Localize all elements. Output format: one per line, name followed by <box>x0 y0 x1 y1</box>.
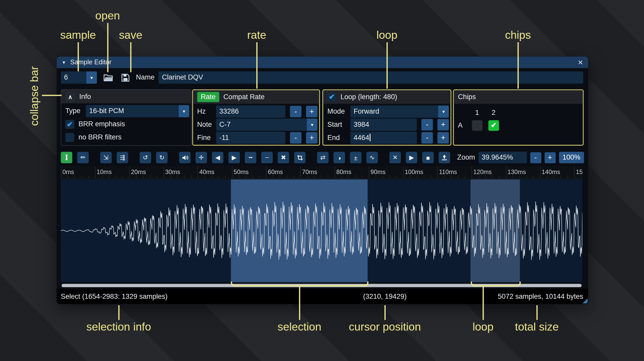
signed-unsigned-button[interactable]: ± <box>350 152 361 163</box>
zoom-input[interactable]: 39.9645% <box>478 152 527 163</box>
apply-filter-button[interactable]: ∿ <box>366 152 378 163</box>
close-icon[interactable]: ✕ <box>578 58 583 66</box>
cursor-position-text: (3210, 19429) <box>363 289 406 304</box>
ruler-label: 10ms <box>97 168 112 175</box>
waveform-canvas[interactable] <box>61 179 582 282</box>
crossfade-loop-icon: ✕ <box>392 154 398 161</box>
sample-toolbar: I✏⇲⇶↺↻✛◀▶╍╌✖⇄◑±∿✕▶■ Zoom 39.9645% - + 10… <box>61 151 584 164</box>
loop-enable-checkbox[interactable]: ✔ <box>327 92 336 101</box>
rate-badge[interactable]: Rate <box>197 92 219 102</box>
signed-unsigned-icon: ± <box>354 154 357 161</box>
loop-end-input[interactable]: 4464 <box>350 132 417 144</box>
no-brr-filters-checkbox[interactable] <box>65 133 74 142</box>
redo-button[interactable]: ↻ <box>156 152 168 163</box>
scrollbar-thumb[interactable] <box>62 284 581 287</box>
open-button[interactable] <box>103 72 114 83</box>
ruler-label: 50ms <box>233 168 248 175</box>
chevron-down-icon[interactable]: ▼ <box>307 119 317 131</box>
loop-end-plus-button[interactable]: + <box>437 132 449 144</box>
preview-button[interactable]: ▶ <box>406 152 417 163</box>
fine-minus-button[interactable]: - <box>290 132 301 144</box>
create-instrument-button[interactable] <box>439 152 450 163</box>
crossfade-loop-button[interactable]: ✕ <box>389 152 401 163</box>
hz-plus-button[interactable]: + <box>306 106 317 117</box>
fine-plus-button[interactable]: + <box>306 132 317 144</box>
chip-2-checkbox[interactable]: ✔ <box>488 120 499 131</box>
loop-start-minus-button[interactable]: - <box>421 119 433 130</box>
annotation-label-rate: rate <box>247 29 266 42</box>
fade-out-button[interactable]: ▶ <box>228 152 240 163</box>
waveform-view[interactable] <box>61 179 582 282</box>
type-row: Type 16-bit PCM ▼ <box>64 105 189 118</box>
trim-button[interactable] <box>294 152 305 163</box>
rate-panel-title: Compat Rate <box>223 93 264 101</box>
total-size-text: 5072 samples, 10144 bytes <box>498 289 583 304</box>
zoom-in-button[interactable]: + <box>544 152 556 163</box>
loop-end-minus-button[interactable]: - <box>421 132 433 144</box>
fine-input[interactable]: -11 <box>216 132 285 144</box>
reverse-button[interactable]: ⇄ <box>317 152 328 163</box>
rate-panel-header: Rate Compat Rate <box>193 90 319 104</box>
invert-button[interactable]: ◑ <box>334 152 345 163</box>
chips-panel-title: Chips <box>458 93 476 101</box>
fade-out-icon: ▶ <box>232 154 236 161</box>
fade-in-button[interactable]: ◀ <box>212 152 223 163</box>
sample-number-select[interactable]: 6 ▼ <box>61 71 97 84</box>
folder-open-icon <box>103 73 113 82</box>
select-mode-button[interactable]: I <box>61 152 72 163</box>
info-panel-title: Info <box>79 92 91 101</box>
save-button[interactable] <box>119 72 131 83</box>
horizontal-scrollbar[interactable] <box>61 284 582 288</box>
ruler-label: 80ms <box>336 168 351 175</box>
loop-mode-select[interactable]: Forward ▼ <box>350 105 449 118</box>
chevron-down-icon[interactable]: ▼ <box>179 105 189 117</box>
select-mode-icon: I <box>65 153 68 162</box>
delete-button[interactable]: ✖ <box>278 152 289 163</box>
annotation-label-loop-region: loop <box>473 321 494 333</box>
zoom-out-button[interactable]: - <box>530 152 541 163</box>
timeline-ruler[interactable]: 0ms10ms20ms30ms40ms50ms60ms70ms80ms90ms1… <box>61 166 582 178</box>
loop-start-input[interactable]: 3984 <box>350 119 417 131</box>
note-select[interactable]: C-7 ▼ <box>216 119 317 131</box>
name-input[interactable]: Clarinet DQV <box>159 71 583 84</box>
collapse-bar-button[interactable]: ∧ <box>65 92 75 101</box>
ruler-label: 40ms <box>199 168 214 175</box>
window-collapse-icon[interactable]: ▼ <box>62 60 66 65</box>
sample-type-select[interactable]: 16-bit PCM ▼ <box>86 105 189 117</box>
brr-emphasis-checkbox[interactable]: ✔ <box>65 120 74 129</box>
info-panel-header: ∧ Info <box>61 90 191 103</box>
resize-button[interactable]: ⇲ <box>100 152 112 163</box>
chevron-down-icon[interactable]: ▼ <box>86 71 97 84</box>
reset-zoom-button[interactable]: 100% <box>559 152 584 163</box>
draw-mode-button[interactable]: ✏ <box>77 152 89 163</box>
brr-emphasis-label: BRR emphasis <box>78 120 125 128</box>
loop-panel-header: ✔ Loop (length: 480) <box>323 90 450 104</box>
ruler-label: 70ms <box>302 168 317 175</box>
loop-region[interactable] <box>471 179 520 282</box>
hz-minus-button[interactable]: - <box>290 106 301 117</box>
hz-input[interactable]: 33286 <box>216 105 285 118</box>
annotation-label-total-size: total size <box>515 321 559 333</box>
resample-icon: ⇶ <box>120 154 125 161</box>
annotation-label-collapse-bar: collapse bar <box>28 66 41 126</box>
title-bar[interactable]: ▼ Sample Editor ✕ <box>57 57 588 68</box>
loop-start-plus-button[interactable]: + <box>437 119 449 130</box>
apply-silence-button[interactable]: ╌ <box>261 152 272 163</box>
ruler-label: 0ms <box>62 168 74 175</box>
normalize-button[interactable]: ✛ <box>195 152 207 163</box>
selection-region[interactable] <box>231 179 368 282</box>
resize-icon: ⇲ <box>103 154 109 161</box>
chip-1-checkbox[interactable] <box>472 120 482 131</box>
preview-icon: ▶ <box>409 154 414 161</box>
insert-silence-button[interactable]: ╍ <box>245 152 256 163</box>
loop-end-row: End 4464 - + <box>326 131 449 144</box>
undo-button[interactable]: ↺ <box>140 152 151 163</box>
resample-button[interactable]: ⇶ <box>117 152 128 163</box>
amplify-button[interactable] <box>179 152 191 163</box>
hz-row: Hz 33286 - + <box>195 105 317 118</box>
status-bar: Select (1654-2983: 1329 samples) (3210, … <box>57 289 588 304</box>
insert-silence-icon: ╍ <box>249 154 252 161</box>
chevron-down-icon[interactable]: ▼ <box>438 105 449 118</box>
stop-preview-button[interactable]: ■ <box>422 152 434 163</box>
chips-grid: 12A✔ <box>454 104 583 132</box>
